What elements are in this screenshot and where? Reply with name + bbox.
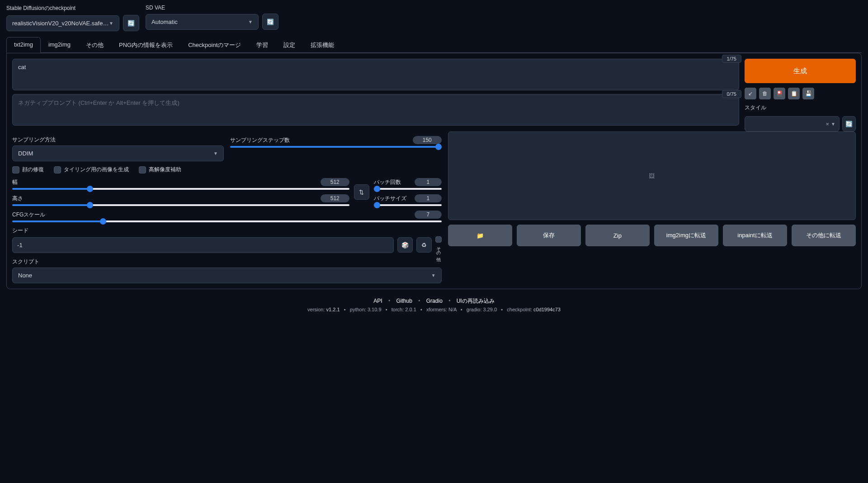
tab-extras[interactable]: その他 [78, 37, 111, 53]
paste-button[interactable]: 📋 [788, 88, 800, 99]
batch-size-value[interactable]: 1 [415, 194, 442, 202]
save-icon: 💾 [805, 90, 812, 97]
clipboard-icon: 📋 [791, 90, 797, 97]
refresh-icon: 🔄 [267, 19, 274, 25]
sampling-steps-label: サンプリングステップ数 [230, 136, 290, 144]
cfg-label: CFGスケール [12, 211, 45, 219]
image-placeholder-icon: 🖼 [649, 173, 655, 179]
hires-fix-checkbox[interactable]: 高解像度補助 [139, 166, 181, 174]
prompt-token-count: 1/75 [722, 55, 741, 63]
sampling-steps-value[interactable]: 150 [413, 136, 442, 144]
tab-txt2img[interactable]: txt2img [6, 37, 41, 53]
recycle-icon: ♻ [421, 242, 427, 249]
footer-gradio-link[interactable]: Gradio [426, 298, 443, 304]
checkpoint-select[interactable]: realisticVisionV20_v20NoVAE.safetensors … [6, 15, 119, 31]
vae-select[interactable]: Automatic ▼ [146, 14, 259, 30]
chevron-down-icon: ▼ [248, 19, 253, 24]
arrow-icon: ↙ [748, 90, 753, 97]
chevron-down-icon: ▼ [109, 21, 113, 26]
footer-github-link[interactable]: Github [396, 298, 412, 304]
footer-api-link[interactable]: API [373, 298, 382, 304]
style-label: スタイル [745, 104, 856, 112]
chevron-down-icon: ▼ [831, 122, 835, 127]
generate-button[interactable]: 生成 [745, 59, 856, 83]
vae-label: SD VAE [146, 5, 278, 11]
style-refresh-button[interactable]: 🔄 [842, 116, 856, 131]
send-to-img2img-button[interactable]: img2imgに転送 [654, 225, 718, 246]
tiling-label: タイリング用の画像を生成 [64, 166, 129, 174]
reuse-seed-button[interactable]: ♻ [416, 237, 432, 253]
extra-networks-button[interactable]: 🎴 [774, 88, 785, 99]
swap-dimensions-button[interactable]: ⇅ [354, 184, 369, 200]
restore-faces-label: 顔の修復 [22, 166, 44, 174]
zip-button[interactable]: Zip [585, 225, 650, 246]
checkbox-icon [54, 166, 61, 174]
batch-size-slider[interactable] [374, 204, 442, 206]
height-slider[interactable] [12, 204, 349, 206]
height-value[interactable]: 512 [321, 194, 349, 202]
script-value: None [18, 272, 32, 279]
read-params-button[interactable]: ↙ [745, 88, 756, 99]
tab-extensions[interactable]: 拡張機能 [303, 37, 342, 53]
clear-icon: × [826, 121, 830, 127]
tab-train[interactable]: 学習 [249, 37, 276, 53]
save-style-button[interactable]: 💾 [802, 88, 814, 99]
output-column: 🖼 📁 保存 Zip img2imgに転送 inpaintに転送 その他に転送 [448, 131, 856, 283]
save-button[interactable]: 保存 [517, 225, 581, 246]
width-value[interactable]: 512 [321, 178, 349, 186]
seed-input[interactable] [12, 237, 394, 253]
chevron-down-icon: ▼ [431, 273, 436, 278]
tab-checkpoint-merge[interactable]: Checkpointのマージ [180, 37, 249, 53]
seed-extra-label: その他 [435, 244, 442, 253]
negative-prompt-placeholder: ネガティブプロンプト (Ctrl+Enter か Alt+Enter を押して生… [18, 99, 179, 106]
clear-prompt-button[interactable]: 🗑 [759, 88, 771, 99]
batch-count-slider[interactable] [374, 188, 442, 190]
tabs: txt2img img2img その他 PNG内の情報を表示 Checkpoin… [6, 37, 862, 53]
trash-icon: 🗑 [762, 90, 768, 97]
send-to-inpaint-button[interactable]: inpaintに転送 [723, 225, 787, 246]
checkbox-icon [12, 166, 19, 174]
footer: API • Github • Gradio • UIの再読み込み version… [6, 297, 862, 312]
swap-icon: ⇅ [359, 189, 364, 196]
prompt-input[interactable]: cat 1/75 [12, 59, 739, 90]
width-slider[interactable] [12, 188, 349, 190]
negative-prompt-token-count: 0/75 [722, 90, 741, 98]
card-icon: 🎴 [776, 90, 783, 97]
cfg-slider[interactable] [12, 220, 442, 222]
output-preview: 🖼 [448, 131, 856, 220]
sampling-method-select[interactable]: DDIM ▼ [12, 145, 224, 161]
refresh-icon: 🔄 [127, 20, 135, 27]
batch-count-label: バッチ回数 [374, 178, 401, 186]
width-label: 幅 [12, 178, 18, 186]
tab-img2img[interactable]: img2img [41, 37, 78, 53]
checkbox-icon [139, 166, 146, 174]
left-column: cat 1/75 ネガティブプロンプト (Ctrl+Enter か Alt+En… [12, 59, 856, 283]
open-folder-button[interactable]: 📁 [448, 225, 512, 246]
footer-reload-link[interactable]: UIの再読み込み [457, 298, 495, 304]
tiling-checkbox[interactable]: タイリング用の画像を生成 [54, 166, 129, 174]
checkpoint-refresh-button[interactable]: 🔄 [123, 15, 139, 31]
tab-settings[interactable]: 設定 [276, 37, 303, 53]
negative-prompt-input[interactable]: ネガティブプロンプト (Ctrl+Enter か Alt+Enter を押して生… [12, 94, 739, 126]
seed-extra-checkbox[interactable] [435, 236, 442, 243]
seed-label: シード [12, 227, 442, 234]
height-label: 高さ [12, 195, 23, 202]
checkpoint-value: realisticVisionV20_v20NoVAE.safetensors … [12, 20, 109, 27]
restore-faces-checkbox[interactable]: 顔の修復 [12, 166, 44, 174]
generate-column: 生成 ↙ 🗑 🎴 📋 💾 スタイル × ▼ 🔄 [745, 59, 856, 131]
style-select[interactable]: × ▼ [745, 116, 840, 131]
send-to-extras-button[interactable]: その他に転送 [792, 225, 856, 246]
script-select[interactable]: None ▼ [12, 267, 442, 283]
sampling-steps-slider[interactable] [230, 146, 442, 148]
sampling-method-value: DDIM [18, 150, 33, 157]
tab-pnginfo[interactable]: PNG内の情報を表示 [111, 37, 180, 53]
footer-versions: version: v1.2.1 • python: 3.10.9 • torch… [6, 307, 862, 312]
batch-count-value[interactable]: 1 [415, 178, 442, 186]
vae-refresh-button[interactable]: 🔄 [262, 14, 278, 30]
script-label: スクリプト [12, 258, 442, 266]
cfg-value[interactable]: 7 [415, 211, 442, 219]
main-panel: cat 1/75 ネガティブプロンプト (Ctrl+Enter か Alt+En… [6, 53, 862, 289]
sampling-method-label: サンプリング方法 [12, 136, 224, 144]
batch-size-label: バッチサイズ [374, 195, 406, 202]
random-seed-button[interactable]: 🎲 [397, 237, 413, 253]
